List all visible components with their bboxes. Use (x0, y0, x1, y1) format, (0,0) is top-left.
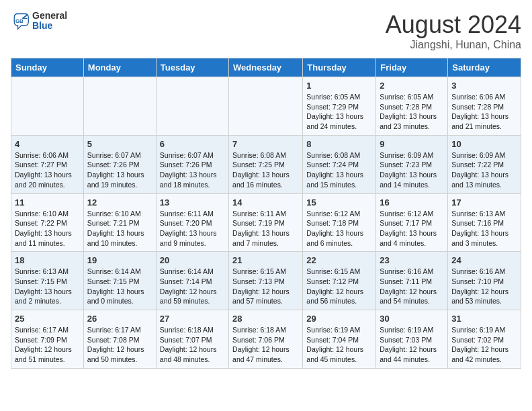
day-info: Sunrise: 6:07 AM Sunset: 7:26 PM Dayligh… (87, 150, 152, 190)
title-block: August 2024 Jiangshi, Hunan, China (386, 11, 521, 51)
day-number: 13 (160, 197, 225, 208)
calendar-week-row: 11Sunrise: 6:10 AM Sunset: 7:22 PM Dayli… (11, 193, 521, 252)
day-number: 20 (160, 255, 225, 265)
day-info: Sunrise: 6:06 AM Sunset: 7:28 PM Dayligh… (451, 92, 517, 132)
day-info: Sunrise: 6:16 AM Sunset: 7:10 PM Dayligh… (451, 267, 517, 306)
weekday-header: Sunday (11, 58, 84, 77)
calendar-cell: 28Sunrise: 6:18 AM Sunset: 7:06 PM Dayli… (229, 310, 303, 369)
calendar-cell: 22Sunrise: 6:15 AM Sunset: 7:12 PM Dayli… (303, 252, 376, 310)
calendar-cell: 10Sunrise: 6:09 AM Sunset: 7:22 PM Dayli… (448, 135, 521, 193)
day-info: Sunrise: 6:13 AM Sunset: 7:15 PM Dayligh… (15, 267, 80, 306)
calendar-cell (11, 77, 84, 136)
day-info: Sunrise: 6:18 AM Sunset: 7:06 PM Dayligh… (232, 325, 299, 365)
day-info: Sunrise: 6:18 AM Sunset: 7:07 PM Dayligh… (160, 325, 225, 365)
weekday-header: Friday (376, 58, 448, 77)
day-number: 14 (232, 197, 299, 208)
weekday-header-row: SundayMondayTuesdayWednesdayThursdayFrid… (11, 58, 521, 77)
calendar-cell: 6Sunrise: 6:07 AM Sunset: 7:26 PM Daylig… (156, 135, 228, 193)
day-info: Sunrise: 6:19 AM Sunset: 7:02 PM Dayligh… (451, 325, 517, 365)
calendar-cell: 14Sunrise: 6:11 AM Sunset: 7:19 PM Dayli… (229, 193, 303, 252)
day-number: 5 (87, 139, 152, 149)
day-info: Sunrise: 6:09 AM Sunset: 7:22 PM Dayligh… (451, 150, 517, 190)
logo-general: General (32, 11, 67, 21)
day-number: 15 (306, 197, 372, 208)
day-number: 3 (451, 81, 517, 91)
calendar-cell: 16Sunrise: 6:12 AM Sunset: 7:17 PM Dayli… (376, 193, 448, 252)
day-info: Sunrise: 6:13 AM Sunset: 7:16 PM Dayligh… (451, 209, 517, 248)
calendar-cell: 11Sunrise: 6:10 AM Sunset: 7:22 PM Dayli… (11, 193, 84, 252)
day-info: Sunrise: 6:17 AM Sunset: 7:09 PM Dayligh… (15, 325, 80, 365)
day-info: Sunrise: 6:09 AM Sunset: 7:23 PM Dayligh… (380, 150, 444, 190)
day-info: Sunrise: 6:14 AM Sunset: 7:15 PM Dayligh… (87, 267, 152, 306)
calendar-cell (229, 77, 303, 136)
day-number: 18 (15, 255, 80, 265)
calendar-body: 1Sunrise: 6:05 AM Sunset: 7:29 PM Daylig… (11, 77, 521, 369)
calendar-cell: 20Sunrise: 6:14 AM Sunset: 7:14 PM Dayli… (156, 252, 228, 310)
day-number: 12 (87, 197, 152, 208)
day-number: 19 (87, 255, 152, 265)
calendar-cell: 21Sunrise: 6:15 AM Sunset: 7:13 PM Dayli… (229, 252, 303, 310)
calendar-location: Jiangshi, Hunan, China (386, 39, 521, 51)
day-info: Sunrise: 6:06 AM Sunset: 7:27 PM Dayligh… (15, 150, 80, 190)
calendar-cell: 15Sunrise: 6:12 AM Sunset: 7:18 PM Dayli… (303, 193, 376, 252)
logo-icon: GB (11, 11, 30, 30)
day-info: Sunrise: 6:07 AM Sunset: 7:26 PM Dayligh… (160, 150, 225, 190)
day-info: Sunrise: 6:19 AM Sunset: 7:03 PM Dayligh… (380, 325, 444, 365)
calendar-cell: 8Sunrise: 6:08 AM Sunset: 7:24 PM Daylig… (303, 135, 376, 193)
day-info: Sunrise: 6:14 AM Sunset: 7:14 PM Dayligh… (160, 267, 225, 306)
day-number: 4 (15, 139, 80, 149)
calendar-cell: 5Sunrise: 6:07 AM Sunset: 7:26 PM Daylig… (83, 135, 156, 193)
logo-blue: Blue (32, 21, 67, 31)
day-number: 21 (232, 255, 299, 265)
day-info: Sunrise: 6:12 AM Sunset: 7:17 PM Dayligh… (380, 209, 444, 248)
calendar-cell: 30Sunrise: 6:19 AM Sunset: 7:03 PM Dayli… (376, 310, 448, 369)
svg-text:GB: GB (15, 18, 24, 24)
day-info: Sunrise: 6:15 AM Sunset: 7:13 PM Dayligh… (232, 267, 299, 306)
day-number: 1 (306, 81, 372, 91)
calendar-cell: 19Sunrise: 6:14 AM Sunset: 7:15 PM Dayli… (83, 252, 156, 310)
calendar-cell: 24Sunrise: 6:16 AM Sunset: 7:10 PM Dayli… (448, 252, 521, 310)
calendar-cell: 3Sunrise: 6:06 AM Sunset: 7:28 PM Daylig… (448, 77, 521, 136)
day-number: 23 (380, 255, 444, 265)
weekday-header: Thursday (303, 58, 376, 77)
calendar-cell: 31Sunrise: 6:19 AM Sunset: 7:02 PM Dayli… (448, 310, 521, 369)
calendar-cell: 9Sunrise: 6:09 AM Sunset: 7:23 PM Daylig… (376, 135, 448, 193)
day-info: Sunrise: 6:19 AM Sunset: 7:04 PM Dayligh… (306, 325, 372, 365)
day-info: Sunrise: 6:10 AM Sunset: 7:22 PM Dayligh… (15, 209, 80, 248)
day-number: 24 (451, 255, 517, 265)
day-number: 17 (451, 197, 517, 208)
day-info: Sunrise: 6:17 AM Sunset: 7:08 PM Dayligh… (87, 325, 152, 365)
logo: GB General Blue (11, 11, 67, 32)
calendar-cell (83, 77, 156, 136)
calendar-cell: 29Sunrise: 6:19 AM Sunset: 7:04 PM Dayli… (303, 310, 376, 369)
day-info: Sunrise: 6:08 AM Sunset: 7:25 PM Dayligh… (232, 150, 299, 190)
day-info: Sunrise: 6:16 AM Sunset: 7:11 PM Dayligh… (380, 267, 444, 306)
day-info: Sunrise: 6:11 AM Sunset: 7:19 PM Dayligh… (232, 209, 299, 248)
calendar-cell: 25Sunrise: 6:17 AM Sunset: 7:09 PM Dayli… (11, 310, 84, 369)
calendar-cell (156, 77, 228, 136)
day-number: 16 (380, 197, 444, 208)
day-number: 22 (306, 255, 372, 265)
page-header: GB General Blue August 2024 Jiangshi, Hu… (11, 11, 521, 51)
day-number: 27 (160, 314, 225, 324)
day-info: Sunrise: 6:05 AM Sunset: 7:29 PM Dayligh… (306, 92, 372, 132)
day-info: Sunrise: 6:10 AM Sunset: 7:21 PM Dayligh… (87, 209, 152, 248)
day-number: 8 (306, 139, 372, 149)
day-number: 7 (232, 139, 299, 149)
day-number: 25 (15, 314, 80, 324)
day-number: 30 (380, 314, 444, 324)
calendar-week-row: 25Sunrise: 6:17 AM Sunset: 7:09 PM Dayli… (11, 310, 521, 369)
day-number: 10 (451, 139, 517, 149)
day-number: 11 (15, 197, 80, 208)
weekday-header: Monday (83, 58, 156, 77)
calendar-cell: 1Sunrise: 6:05 AM Sunset: 7:29 PM Daylig… (303, 77, 376, 136)
weekday-header: Tuesday (156, 58, 228, 77)
calendar-cell: 4Sunrise: 6:06 AM Sunset: 7:27 PM Daylig… (11, 135, 84, 193)
calendar-cell: 12Sunrise: 6:10 AM Sunset: 7:21 PM Dayli… (83, 193, 156, 252)
calendar-cell: 13Sunrise: 6:11 AM Sunset: 7:20 PM Dayli… (156, 193, 228, 252)
day-number: 28 (232, 314, 299, 324)
calendar-week-row: 1Sunrise: 6:05 AM Sunset: 7:29 PM Daylig… (11, 77, 521, 136)
calendar-cell: 26Sunrise: 6:17 AM Sunset: 7:08 PM Dayli… (83, 310, 156, 369)
day-number: 26 (87, 314, 152, 324)
calendar-cell: 18Sunrise: 6:13 AM Sunset: 7:15 PM Dayli… (11, 252, 84, 310)
